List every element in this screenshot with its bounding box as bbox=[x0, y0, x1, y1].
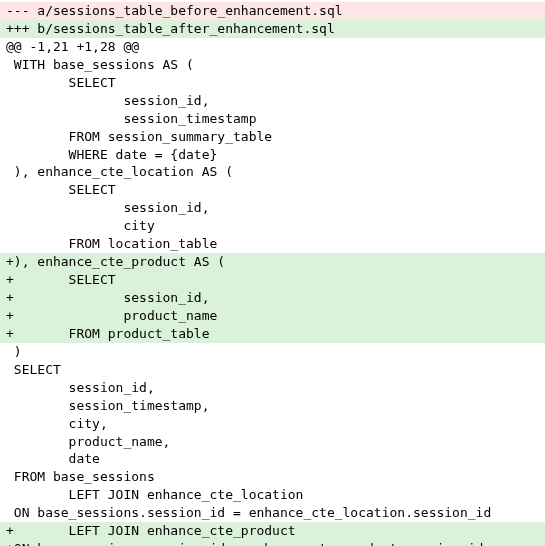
diff-line-context: session_timestamp, bbox=[0, 397, 545, 415]
diff-hunk-header: @@ -1,21 +1,28 @@ bbox=[0, 38, 545, 56]
diff-line-context: session_timestamp bbox=[0, 110, 545, 128]
diff-line-context: LEFT JOIN enhance_cte_location bbox=[0, 486, 545, 504]
diff-line-context: FROM session_summary_table bbox=[0, 128, 545, 146]
diff-line-context: ) bbox=[0, 343, 545, 361]
diff-line-context: product_name, bbox=[0, 433, 545, 451]
diff-line-context: SELECT bbox=[0, 74, 545, 92]
diff-line-added: + FROM product_table bbox=[0, 325, 545, 343]
diff-line-context: WHERE date = {date} bbox=[0, 146, 545, 164]
diff-line-context: session_id, bbox=[0, 379, 545, 397]
diff-line-added: + session_id, bbox=[0, 289, 545, 307]
diff-line-context: FROM base_sessions bbox=[0, 468, 545, 486]
diff-body: WITH base_sessions AS ( SELECT session_i… bbox=[0, 56, 545, 546]
diff-line-added: + SELECT bbox=[0, 271, 545, 289]
diff-line-added: +), enhance_cte_product AS ( bbox=[0, 253, 545, 271]
diff-line-context: session_id, bbox=[0, 199, 545, 217]
diff-view: --- a/sessions_table_before_enhancement.… bbox=[0, 2, 545, 546]
diff-line-context: session_id, bbox=[0, 92, 545, 110]
diff-line-context: ), enhance_cte_location AS ( bbox=[0, 163, 545, 181]
diff-line-added: + LEFT JOIN enhance_cte_product bbox=[0, 522, 545, 540]
diff-line-context: city bbox=[0, 217, 545, 235]
diff-line-context: SELECT bbox=[0, 181, 545, 199]
diff-from-file: --- a/sessions_table_before_enhancement.… bbox=[0, 2, 545, 20]
diff-line-context: WITH base_sessions AS ( bbox=[0, 56, 545, 74]
diff-line-added: + product_name bbox=[0, 307, 545, 325]
diff-line-context: SELECT bbox=[0, 361, 545, 379]
diff-line-added: +ON base_sessions.session_id = enhance_c… bbox=[0, 540, 545, 546]
diff-to-file: +++ b/sessions_table_after_enhancement.s… bbox=[0, 20, 545, 38]
diff-line-context: FROM location_table bbox=[0, 235, 545, 253]
diff-line-context: ON base_sessions.session_id = enhance_ct… bbox=[0, 504, 545, 522]
diff-line-context: date bbox=[0, 450, 545, 468]
diff-line-context: city, bbox=[0, 415, 545, 433]
